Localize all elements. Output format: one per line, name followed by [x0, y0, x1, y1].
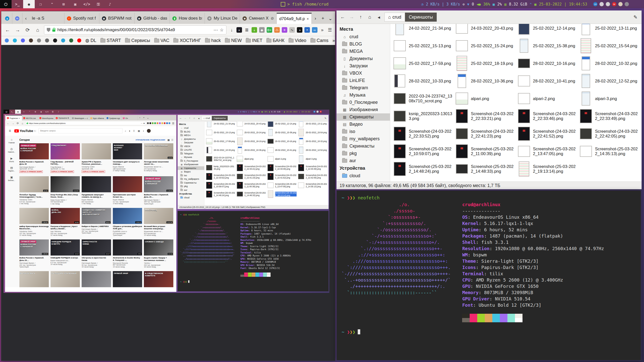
pinned-tab-mastodon[interactable]: m — [12, 13, 22, 24]
file-item[interactable]: Screenshot-(25-03-2022_10:59:07).png — [392, 143, 454, 160]
tab-overflow-icon[interactable]: › — [138, 115, 142, 120]
file-item[interactable]: Screenshot-(24-03-2022_22:42:05).png — [578, 125, 640, 143]
adblock-face-icon[interactable]: ◑ — [297, 27, 302, 33]
workspace-firefox-workspace[interactable]: ◉ — [15, 110, 21, 114]
video-card[interactable]: ИНАСРАНЕЦ1:01:34Великий Мага устроил мош… — [144, 208, 173, 236]
extension-icon[interactable] — [169, 122, 170, 124]
file-item[interactable]: 28-02-2022_10-16.png — [266, 137, 297, 146]
workspace-image-workspace[interactable]: ▣ — [38, 110, 44, 114]
video-card[interactable]: 11:52Легкобыт Эдуард Олександрович | "ес… — [19, 176, 49, 205]
vpn-shield-icon[interactable]: ◓ — [304, 27, 310, 33]
sidebar-item-Скриншоты[interactable]: ▩Скриншоты — [178, 166, 204, 170]
sidebar-item-pkg[interactable]: pkg — [178, 185, 204, 188]
menu-icon[interactable]: ☰ — [8, 129, 12, 132]
fm-file-area[interactable]: 24-02-2022_21-34.png24-03-2022_20-43.png… — [390, 24, 641, 182]
file-item[interactable]: 25-02-2022_15-38.png — [266, 128, 297, 137]
file-item[interactable]: 24-02-2022_21-34.png — [392, 24, 454, 37]
bookmark-item-2[interactable] — [21, 38, 25, 42]
extension-icon[interactable] — [162, 122, 163, 124]
workspace-music-workspace[interactable]: ♪ — [56, 110, 61, 114]
sidebar-item-Telegram[interactable]: Telegram — [337, 84, 390, 92]
eject-icon[interactable]: ⌃ — [281, 111, 283, 113]
bookmark-item-1[interactable] — [13, 38, 17, 42]
file-item[interactable]: Screenshot-(25-03-2022_19:13:14).png — [516, 160, 578, 178]
sidebar-item-BLOG[interactable]: BLOG — [337, 40, 390, 48]
file-item[interactable]: 28-02-2022_10-32.png — [578, 55, 640, 72]
file-item[interactable]: 28-02-2022_10-36.png — [454, 72, 516, 90]
forward-icon[interactable]: → — [11, 122, 15, 125]
reload-icon[interactable]: ⟳ — [16, 122, 20, 125]
file-item[interactable]: alpari-3.png — [297, 155, 328, 163]
home-icon[interactable]: ⌂ — [34, 27, 42, 33]
new-tab-icon[interactable]: + — [142, 115, 146, 120]
back-icon[interactable]: ← — [179, 117, 182, 120]
file-item[interactable]: Screenshot-(24-03-2022_22:33:52).png — [392, 125, 454, 143]
viewed-image[interactable]: ⏻>_◉❐❝⊞▣</>⚿♪◔0 KB/s | 1 KB/s⊘◀●36%▥8.35… — [4, 110, 329, 293]
sidebar-item-crud[interactable]: ⌂crud — [178, 126, 204, 130]
file-item[interactable]: 25-02-2022_13-11.png — [578, 24, 640, 37]
sidebar-item-LinLIFE[interactable]: LinLIFE — [178, 148, 204, 152]
tab-muted-icon[interactable]: ⊘ — [271, 16, 274, 21]
bookmark-item-6[interactable] — [53, 38, 57, 42]
sidebar-item-Загрузки[interactable]: ↓Загрузки — [337, 62, 390, 70]
bookmark-item-БАНК[interactable]: БАНК — [266, 38, 285, 43]
breadcrumb-Скриншоты[interactable]: Скриншоты — [212, 116, 228, 120]
sidebar-item-Скриншоты[interactable]: ▩Скриншоты — [337, 113, 390, 121]
nested-tab[interactable]: ▶Лукашенк ⊛ — [55, 116, 71, 120]
device-item-cloud[interactable]: cloud — [337, 172, 390, 179]
file-item[interactable]: alpari.png — [236, 155, 266, 163]
workspace-chat-workspace[interactable]: ❝ — [46, 0, 58, 8]
sidebar-item-0_Последнее[interactable]: 0_Последнее — [178, 159, 204, 163]
file-item[interactable]: Screenshot-(24-03-2022_22:42:05).png — [297, 172, 328, 181]
tab-scroll-left-icon[interactable]: ‹ — [22, 13, 29, 24]
lightbulb-tray-icon[interactable] — [618, 2, 623, 6]
workspace-firefox-workspace[interactable]: ◉ — [23, 0, 35, 8]
nested-tab[interactable]: WВикипедия — с — [71, 116, 89, 120]
file-item[interactable]: alpari.png — [454, 90, 516, 107]
nested-tab[interactable]: ₿Курс обмена — [89, 116, 105, 120]
list-view-icon[interactable]: ☰ — [171, 139, 173, 142]
file-item[interactable]: Screenshot-(25-03-2022_14:35:13).png — [297, 181, 328, 190]
video-card[interactable]: Пригожинские шестёрки бегают по...Борис … — [113, 176, 142, 205]
workspace-key-workspace[interactable]: ⚿ — [50, 110, 56, 114]
sidebar-item-Изображения[interactable]: ▦Изображения — [337, 106, 390, 113]
file-item[interactable]: Screenshot-(24-03-2022_22:41:52).png — [516, 125, 578, 143]
file-item[interactable]: 28-02-2022_10-33.png — [392, 72, 454, 90]
menu-icon[interactable]: ☰ — [327, 27, 333, 33]
workspace-code-workspace[interactable]: </> — [81, 0, 93, 8]
video-card[interactable]: 1:33:12Сборка и установка драйверов XOW … — [113, 208, 142, 236]
bookmark-item-8[interactable] — [69, 38, 73, 42]
extension-icon[interactable] — [154, 122, 156, 124]
workspace-terminal-workspace[interactable]: >_ — [9, 110, 15, 114]
grid-view-icon[interactable]: ▦ — [168, 139, 170, 142]
video-download-helper-icon[interactable]: ⇣ — [252, 27, 257, 33]
sidebar-item-Подпис...[interactable]: ▤Подпис... — [8, 166, 15, 172]
sidebar-item-0_Последнее[interactable]: 0_Последнее — [337, 99, 390, 106]
mic-icon[interactable]: ♦ — [129, 129, 130, 132]
extension-icon[interactable] — [147, 122, 149, 124]
sidebar-item-LinLIFE[interactable]: LinLIFE — [337, 77, 390, 84]
network-tray-icon[interactable] — [625, 2, 629, 6]
power-icon[interactable]: ⏻ — [0, 0, 12, 8]
workspace-image-workspace[interactable]: ▣ — [69, 0, 81, 8]
bookmark-item-ХОСТИНГ[interactable]: ХОСТИНГ — [173, 38, 201, 43]
sidebar-item-aur[interactable]: aur — [178, 188, 204, 192]
file-item[interactable]: 25-02-2022_17-59.png — [392, 55, 454, 72]
volume-level[interactable]: 36% — [483, 2, 490, 7]
file-item[interactable]: Screenshot-(24-03-2022_22:33:21).png — [236, 163, 266, 172]
video-card[interactable]: ПРЯМОЙ ЭФИРВОЙНА РОССИИС УКРАИНОЙВойна Р… — [19, 143, 49, 173]
video-card[interactable]: НАВОДИМ ПОРЯДОКВ МЕТРО13:14НАВОДИМ ПОРЯД… — [51, 240, 80, 268]
back-icon[interactable]: ← — [6, 122, 10, 125]
workspace-code-workspace[interactable]: </> — [44, 110, 50, 114]
tab-2[interactable]: ◉BSPWM not r — [99, 13, 135, 24]
up-icon[interactable]: ↑ — [357, 14, 364, 20]
workspace-files-workspace[interactable]: ❐ — [21, 110, 27, 114]
file-item[interactable]: 28-02-2022_12-52.png — [297, 146, 328, 155]
file-item[interactable]: Screenshot-(24-03-2022_22:41:23).png — [454, 125, 516, 143]
new-tab-icon[interactable]: + — [319, 13, 327, 24]
notifications-bell-icon[interactable]: ◗ — [143, 129, 144, 132]
shield-gray-icon[interactable]: ◆ — [259, 27, 265, 33]
workspace-files-workspace[interactable]: ❐ — [35, 0, 46, 8]
tab-6[interactable]: ☻Сменил XF⊘ — [240, 13, 277, 24]
terminal-window[interactable]: ~ ❯❯❯neofetch ./o. ./sssso- `:osssssss+-… — [336, 190, 641, 360]
